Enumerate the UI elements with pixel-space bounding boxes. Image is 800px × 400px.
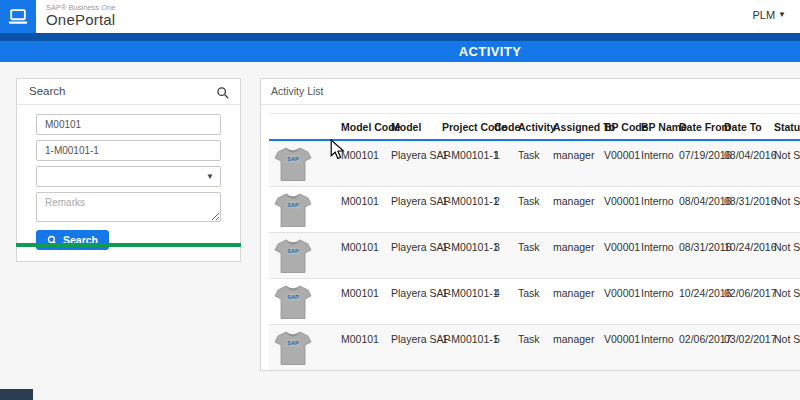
model-image-cell[interactable]: SAP (269, 140, 341, 187)
table-row[interactable]: SAP M00101Playera SAP1-M00101-12Taskmana… (269, 187, 800, 233)
search-panel-header: Search (17, 79, 240, 105)
cell-project-code: 1-M00101-1 (442, 187, 494, 233)
table-header-row: Model Code Model Project Code Code Activ… (269, 114, 800, 141)
cell-code: 3 (494, 233, 518, 279)
cell-model-code[interactable]: M00101 (341, 325, 391, 371)
cell-assigned-to: manager (553, 325, 604, 371)
top-bar: SAP® Business One OnePortal PLM ▼ (0, 0, 800, 33)
cell-bp-code: V00001 (604, 233, 641, 279)
column-bp-code[interactable]: BP Code (604, 114, 641, 141)
cell-date-from: 08/04/2016 (679, 187, 724, 233)
cell-model-code[interactable]: M00101 (341, 279, 391, 325)
cell-date-to: 08/04/2016 (724, 140, 774, 187)
laptop-icon (7, 7, 29, 27)
cell-code: 4 (494, 279, 518, 325)
cell-bp-name: Interno (641, 140, 679, 187)
search-panel-title: Search (29, 85, 65, 97)
cell-date-from: 07/19/2016 (679, 140, 724, 187)
cell-bp-name: Interno (641, 279, 679, 325)
activity-list-header: Activity List (261, 79, 800, 105)
activity-table: Model Code Model Project Code Code Activ… (269, 113, 800, 370)
model-image-cell[interactable]: SAP (269, 279, 341, 325)
column-model-code[interactable]: Model Code (341, 114, 391, 141)
remarks-textarea[interactable] (36, 192, 221, 222)
svg-text:SAP: SAP (287, 156, 299, 162)
cell-status: Not Started (774, 187, 800, 233)
cell-bp-code: V00001 (604, 325, 641, 371)
model-code-input[interactable] (36, 114, 221, 135)
cell-date-from: 02/06/2017 (679, 325, 724, 371)
table-row[interactable]: SAP M00101Playera SAP1-M00101-15Taskmana… (269, 325, 800, 371)
cell-model-code[interactable]: M00101 (341, 233, 391, 279)
cell-date-from: 08/31/2016 (679, 233, 724, 279)
cell-activity: Task (518, 187, 553, 233)
user-menu-label: PLM (752, 9, 775, 21)
activity-list-title: Activity List (271, 85, 324, 97)
cell-date-to: 02/06/2017 (724, 279, 774, 325)
column-status[interactable]: Status (774, 114, 800, 141)
select-caret-icon: ▼ (206, 173, 214, 181)
cell-assigned-to: manager (553, 187, 604, 233)
search-icon (216, 84, 230, 109)
page-title: ACTIVITY (459, 44, 521, 59)
cell-status: Not Started (774, 140, 800, 187)
search-panel-accent-bar (16, 243, 241, 247)
search-form: ▼ Search (17, 105, 240, 261)
cell-bp-name: Interno (641, 233, 679, 279)
cell-activity: Task (518, 233, 553, 279)
table-row[interactable]: SAP M00101Playera SAP1-M00101-13Taskmana… (269, 233, 800, 279)
user-menu[interactable]: PLM ▼ (752, 9, 786, 21)
cell-status: Not Started (774, 233, 800, 279)
svg-text:SAP: SAP (287, 202, 299, 208)
column-model[interactable]: Model (391, 114, 442, 141)
model-image-cell[interactable]: SAP (269, 187, 341, 233)
header-divider-strip (0, 33, 800, 41)
cell-date-to: 03/02/2017 (724, 325, 774, 371)
search-panel: Search ▼ Search (16, 78, 241, 262)
cell-model: Playera SAP (391, 140, 442, 187)
brand: SAP® Business One OnePortal (46, 4, 115, 29)
cell-activity: Task (518, 140, 553, 187)
bottom-corner-element (0, 389, 33, 400)
column-assigned-to[interactable]: Assigned To (553, 114, 604, 141)
activity-list-panel: Activity List Model Code Model Project C… (260, 78, 800, 371)
app-logo[interactable] (0, 0, 36, 33)
cell-model-code[interactable]: M00101 (341, 187, 391, 233)
cell-bp-code: V00001 (604, 140, 641, 187)
column-date-from[interactable]: Date From (679, 114, 724, 141)
cell-date-from: 10/24/2016 (679, 279, 724, 325)
model-image-cell[interactable]: SAP (269, 325, 341, 371)
cell-code: 5 (494, 325, 518, 371)
cell-status: Not Started (774, 279, 800, 325)
cell-bp-name: Interno (641, 187, 679, 233)
cell-assigned-to: manager (553, 233, 604, 279)
project-code-input[interactable] (36, 140, 221, 161)
cell-project-code: 1-M00101-1 (442, 279, 494, 325)
cell-model: Playera SAP (391, 187, 442, 233)
column-bp-name[interactable]: BP Name (641, 114, 679, 141)
cell-project-code: 1-M00101-1 (442, 140, 494, 187)
cell-model: Playera SAP (391, 325, 442, 371)
type-select[interactable]: ▼ (36, 166, 221, 187)
table-row[interactable]: SAP M00101Playera SAP1-M00101-14Taskmana… (269, 279, 800, 325)
svg-text:SAP: SAP (287, 294, 299, 300)
cell-bp-code: V00001 (604, 279, 641, 325)
cell-date-to: 10/24/2016 (724, 233, 774, 279)
column-activity[interactable]: Activity (518, 114, 553, 141)
cell-date-to: 08/31/2016 (724, 187, 774, 233)
table-row[interactable]: SAP M00101Playera SAP1-M00101-11Taskmana… (269, 140, 800, 187)
cell-code: 2 (494, 187, 518, 233)
cell-bp-code: V00001 (604, 187, 641, 233)
tshirt-image: SAP (273, 328, 313, 368)
search-button[interactable]: Search (36, 230, 109, 250)
cell-assigned-to: manager (553, 279, 604, 325)
column-date-to[interactable]: Date To (724, 114, 774, 141)
column-code[interactable]: Code (494, 114, 518, 141)
column-project-code[interactable]: Project Code (442, 114, 494, 141)
model-image-cell[interactable]: SAP (269, 233, 341, 279)
tshirt-image: SAP (273, 190, 313, 230)
cell-assigned-to: manager (553, 140, 604, 187)
cell-model-code[interactable]: M00101 (341, 140, 391, 187)
cell-status: Not Started (774, 325, 800, 371)
svg-text:SAP: SAP (287, 248, 299, 254)
